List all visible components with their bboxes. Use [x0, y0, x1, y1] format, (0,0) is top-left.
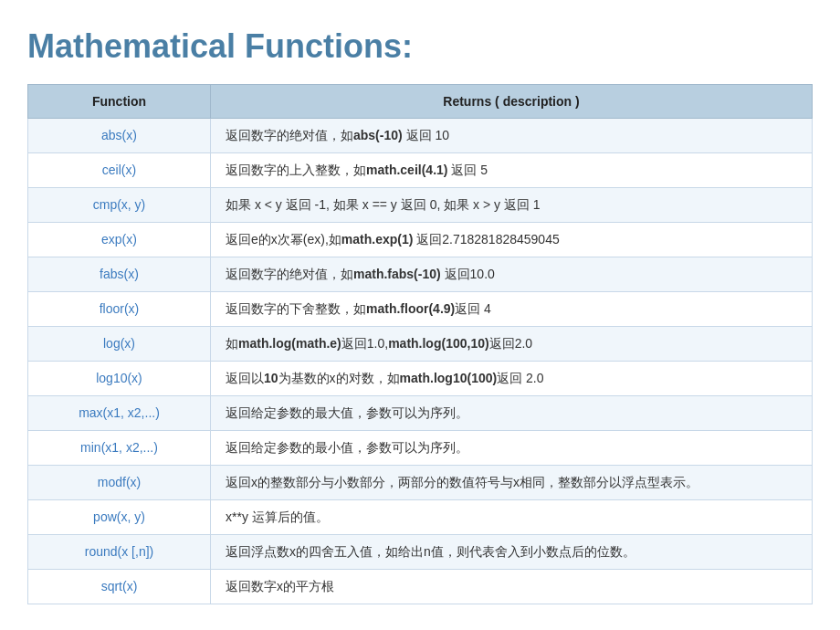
table-row: min(x1, x2,...)返回给定参数的最小值，参数可以为序列。	[28, 431, 813, 466]
description-cell: 返回数字x的平方根	[211, 570, 813, 604]
description-cell: 如果 x < y 返回 -1, 如果 x == y 返回 0, 如果 x > y…	[211, 188, 813, 223]
function-cell: min(x1, x2,...)	[28, 431, 211, 466]
description-cell: 返回数字的绝对值，如math.fabs(-10) 返回10.0	[211, 257, 813, 292]
function-cell: sqrt(x)	[28, 570, 211, 604]
description-cell: 返回以10为基数的x的对数，如math.log10(100)返回 2.0	[211, 362, 813, 396]
function-link[interactable]: round(x [,n])	[85, 544, 153, 559]
table-row: log(x)如math.log(math.e)返回1.0,math.log(10…	[28, 327, 813, 362]
function-link[interactable]: exp(x)	[101, 232, 137, 247]
function-cell: modf(x)	[28, 466, 211, 500]
description-cell: 返回x的整数部分与小数部分，两部分的数值符号与x相同，整数部分以浮点型表示。	[211, 466, 813, 500]
function-link[interactable]: modf(x)	[98, 475, 141, 489]
function-cell: max(x1, x2,...)	[28, 396, 211, 431]
function-link[interactable]: log10(x)	[96, 371, 142, 385]
function-cell: abs(x)	[28, 119, 211, 153]
function-link[interactable]: max(x1, x2,...)	[79, 405, 160, 420]
table-row: pow(x, y)x**y 运算后的值。	[28, 500, 813, 535]
function-link[interactable]: abs(x)	[101, 128, 137, 142]
function-cell: fabs(x)	[28, 257, 211, 292]
function-link[interactable]: fabs(x)	[100, 267, 139, 281]
function-link[interactable]: min(x1, x2,...)	[80, 440, 158, 455]
function-link[interactable]: log(x)	[103, 336, 135, 351]
table-row: exp(x)返回e的x次幂(ex),如math.exp(1) 返回2.71828…	[28, 223, 813, 257]
function-cell: pow(x, y)	[28, 500, 211, 535]
table-row: floor(x)返回数字的下舍整数，如math.floor(4.9)返回 4	[28, 292, 813, 327]
description-cell: 返回数字的下舍整数，如math.floor(4.9)返回 4	[211, 292, 813, 327]
function-cell: exp(x)	[28, 223, 211, 257]
function-cell: round(x [,n])	[28, 535, 211, 570]
description-cell: 返回给定参数的最大值，参数可以为序列。	[211, 396, 813, 431]
page-title: Mathematical Functions:	[27, 27, 813, 66]
table-row: round(x [,n])返回浮点数x的四舍五入值，如给出n值，则代表舍入到小数…	[28, 535, 813, 570]
table-row: cmp(x, y)如果 x < y 返回 -1, 如果 x == y 返回 0,…	[28, 188, 813, 223]
function-cell: floor(x)	[28, 292, 211, 327]
table-row: abs(x)返回数字的绝对值，如abs(-10) 返回 10	[28, 119, 813, 153]
description-cell: x**y 运算后的值。	[211, 500, 813, 535]
description-cell: 如math.log(math.e)返回1.0,math.log(100,10)返…	[211, 327, 813, 362]
description-cell: 返回数字的绝对值，如abs(-10) 返回 10	[211, 119, 813, 153]
function-link[interactable]: pow(x, y)	[93, 509, 145, 524]
functions-table: Function Returns ( description ) abs(x)返…	[27, 84, 813, 604]
function-cell: log10(x)	[28, 362, 211, 396]
function-cell: log(x)	[28, 327, 211, 362]
table-row: max(x1, x2,...)返回给定参数的最大值，参数可以为序列。	[28, 396, 813, 431]
col-header-returns: Returns ( description )	[211, 85, 813, 119]
function-link[interactable]: ceil(x)	[102, 163, 136, 177]
col-header-function: Function	[28, 85, 211, 119]
table-row: modf(x)返回x的整数部分与小数部分，两部分的数值符号与x相同，整数部分以浮…	[28, 466, 813, 500]
description-cell: 返回e的x次幂(ex),如math.exp(1) 返回2.71828182845…	[211, 223, 813, 257]
function-link[interactable]: sqrt(x)	[101, 579, 138, 593]
table-row: ceil(x)返回数字的上入整数，如math.ceil(4.1) 返回 5	[28, 153, 813, 188]
table-row: fabs(x)返回数字的绝对值，如math.fabs(-10) 返回10.0	[28, 257, 813, 292]
description-cell: 返回数字的上入整数，如math.ceil(4.1) 返回 5	[211, 153, 813, 188]
function-cell: cmp(x, y)	[28, 188, 211, 223]
table-row: sqrt(x)返回数字x的平方根	[28, 570, 813, 604]
table-row: log10(x)返回以10为基数的x的对数，如math.log10(100)返回…	[28, 362, 813, 396]
description-cell: 返回给定参数的最小值，参数可以为序列。	[211, 431, 813, 466]
function-link[interactable]: cmp(x, y)	[93, 197, 146, 212]
function-cell: ceil(x)	[28, 153, 211, 188]
function-link[interactable]: floor(x)	[100, 301, 140, 316]
description-cell: 返回浮点数x的四舍五入值，如给出n值，则代表舍入到小数点后的位数。	[211, 535, 813, 570]
